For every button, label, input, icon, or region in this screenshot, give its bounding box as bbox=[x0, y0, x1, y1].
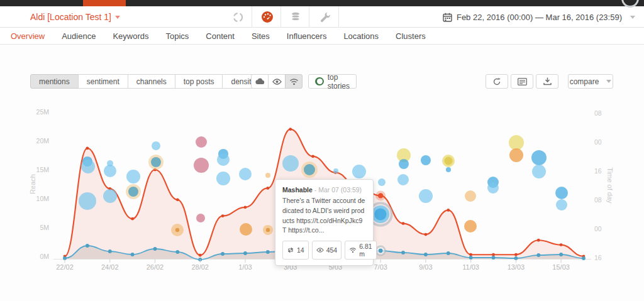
project-selector[interactable]: Aldi [Location Test 1] bbox=[30, 6, 120, 28]
tab-locations[interactable]: Locations bbox=[343, 31, 379, 41]
mentions-point[interactable] bbox=[401, 251, 405, 254]
view-button-top-posts[interactable]: top posts bbox=[175, 74, 223, 89]
mentions-point[interactable] bbox=[108, 249, 112, 253]
tooltip-source-link[interactable]: Mashable bbox=[282, 186, 313, 194]
mentions-point[interactable] bbox=[243, 251, 247, 255]
story-bubble[interactable] bbox=[465, 190, 476, 202]
tab-topics[interactable]: Topics bbox=[165, 31, 189, 41]
mentions-point[interactable] bbox=[86, 244, 89, 248]
reach-highlight-point[interactable] bbox=[378, 193, 383, 198]
story-bubble[interactable] bbox=[556, 199, 567, 211]
date-range-picker[interactable]: Feb 22, 2016 (00:00) — Mar 16, 2016 (23:… bbox=[443, 6, 635, 28]
story-bubble[interactable] bbox=[421, 155, 431, 165]
tab-clusters[interactable]: Clusters bbox=[396, 31, 426, 41]
story-bubble[interactable] bbox=[194, 158, 209, 173]
mentions-point[interactable] bbox=[175, 250, 179, 254]
tab-content[interactable]: Content bbox=[206, 31, 235, 41]
reach-point[interactable] bbox=[176, 198, 179, 201]
compare-button[interactable]: compare bbox=[568, 74, 613, 89]
reach-point[interactable] bbox=[425, 233, 428, 236]
reach-point[interactable] bbox=[86, 147, 89, 150]
reach-point[interactable] bbox=[221, 214, 225, 217]
story-bubble[interactable] bbox=[79, 192, 96, 210]
story-bubble[interactable] bbox=[446, 167, 451, 172]
reach-point[interactable] bbox=[447, 209, 450, 212]
tab-keywords[interactable]: Keywords bbox=[113, 31, 148, 41]
tab-audience[interactable]: Audience bbox=[62, 31, 96, 41]
mentions-point[interactable] bbox=[424, 253, 428, 256]
story-bubble[interactable] bbox=[487, 182, 499, 194]
story-bubble[interactable] bbox=[196, 214, 205, 222]
story-bubble[interactable] bbox=[399, 159, 409, 169]
mentions-point[interactable] bbox=[559, 253, 563, 256]
selected-story-bubble-core bbox=[374, 208, 386, 220]
cloud-toggle-button[interactable] bbox=[251, 74, 269, 89]
story-bubble[interactable] bbox=[152, 141, 160, 150]
download-button[interactable] bbox=[536, 74, 558, 89]
y-left-tick-label: 5M bbox=[40, 224, 49, 231]
view-button-channels[interactable]: channels bbox=[128, 74, 175, 89]
mentions-point[interactable] bbox=[582, 256, 586, 260]
spinner-button[interactable] bbox=[227, 6, 248, 28]
story-bubble[interactable] bbox=[304, 164, 315, 175]
story-bubble[interactable] bbox=[265, 173, 270, 178]
story-bubble[interactable] bbox=[103, 189, 117, 203]
story-bubble[interactable] bbox=[151, 157, 161, 167]
eye-toggle-button[interactable] bbox=[268, 74, 286, 89]
mentions-highlight-point[interactable] bbox=[379, 249, 383, 253]
wifi-toggle-button[interactable] bbox=[285, 74, 303, 89]
reach-point[interactable] bbox=[289, 128, 292, 131]
reach-point[interactable] bbox=[199, 254, 202, 257]
mentions-point[interactable] bbox=[536, 253, 540, 257]
view-button-sentiment[interactable]: sentiment bbox=[78, 74, 128, 89]
story-bubble[interactable] bbox=[217, 153, 230, 166]
story-bubble[interactable] bbox=[555, 187, 568, 199]
story-bubble[interactable] bbox=[126, 170, 140, 183]
story-bubble[interactable] bbox=[333, 168, 338, 173]
reach-point[interactable] bbox=[560, 243, 563, 246]
story-bubble[interactable] bbox=[397, 174, 409, 185]
reach-point[interactable] bbox=[514, 253, 518, 256]
mentions-point[interactable] bbox=[153, 247, 157, 251]
story-bubble[interactable] bbox=[81, 160, 95, 173]
refresh-button[interactable] bbox=[486, 74, 508, 89]
mentions-point[interactable] bbox=[266, 250, 270, 254]
mentions-point[interactable] bbox=[131, 253, 135, 256]
story-bubble[interactable] bbox=[104, 165, 116, 177]
mentions-point[interactable] bbox=[469, 256, 473, 260]
story-bubble[interactable] bbox=[509, 148, 523, 162]
story-bubble[interactable] bbox=[240, 223, 252, 236]
story-bubble[interactable] bbox=[196, 136, 207, 148]
story-bubble[interactable] bbox=[128, 187, 138, 197]
dashboard-button[interactable] bbox=[257, 6, 278, 28]
mentions-point[interactable] bbox=[221, 252, 225, 256]
story-bubble[interactable] bbox=[509, 135, 524, 150]
mentions-point[interactable] bbox=[492, 256, 496, 260]
mentions-point[interactable] bbox=[447, 251, 450, 255]
reach-point[interactable] bbox=[244, 205, 247, 209]
story-bubble[interactable] bbox=[464, 220, 477, 233]
story-bubble[interactable] bbox=[378, 178, 386, 186]
top-stories-toggle[interactable]: top stories bbox=[308, 74, 357, 89]
story-bubble[interactable] bbox=[419, 189, 433, 203]
settings-button[interactable] bbox=[314, 6, 336, 28]
reach-point[interactable] bbox=[402, 222, 405, 225]
reach-point[interactable] bbox=[537, 239, 540, 242]
view-button-mentions[interactable]: mentions bbox=[30, 74, 79, 89]
story-bubble[interactable] bbox=[531, 150, 547, 165]
story-bubble[interactable] bbox=[532, 165, 546, 178]
story-bubble[interactable] bbox=[282, 155, 299, 172]
storage-button[interactable] bbox=[285, 6, 306, 28]
reach-point[interactable] bbox=[469, 253, 472, 256]
reach-point[interactable] bbox=[131, 217, 134, 221]
story-bubble[interactable] bbox=[239, 168, 252, 180]
reach-point[interactable] bbox=[266, 187, 269, 190]
reach-point[interactable] bbox=[311, 155, 314, 158]
tab-influencers[interactable]: Influencers bbox=[287, 31, 327, 41]
story-bubble[interactable] bbox=[352, 165, 366, 178]
reach-point[interactable] bbox=[492, 253, 495, 256]
story-bubble[interactable] bbox=[216, 172, 230, 185]
tab-overview[interactable]: Overview bbox=[11, 31, 45, 41]
tab-sites[interactable]: Sites bbox=[252, 31, 270, 41]
report-view-button[interactable] bbox=[511, 74, 533, 89]
